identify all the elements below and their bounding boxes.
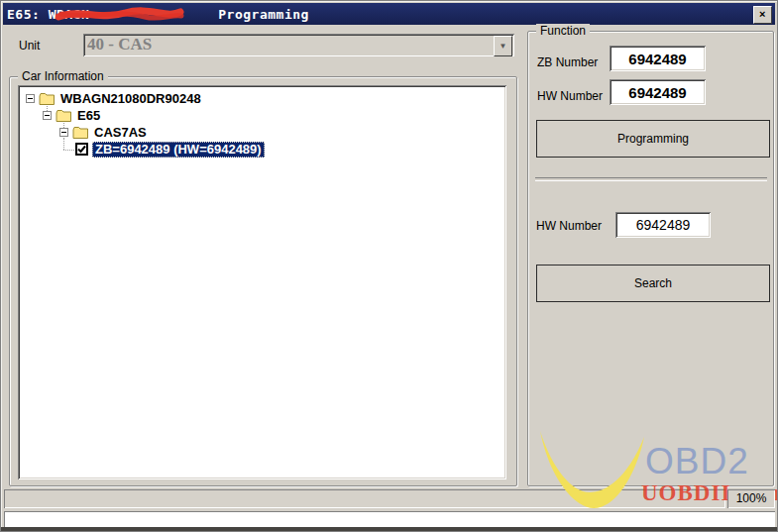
folder-icon xyxy=(72,126,89,140)
title-text-suffix: Programming xyxy=(218,7,309,22)
search-button[interactable]: Search xyxy=(536,265,770,302)
close-button[interactable]: × xyxy=(753,6,772,24)
tree-item-label[interactable]: WBAGN21080DR90248 xyxy=(60,91,201,106)
tree-item-label-selected[interactable]: ZB=6942489 (HW=6942489) xyxy=(92,142,265,158)
tree-item-label[interactable]: CAS7AS xyxy=(94,125,147,140)
title-text-prefix: E65: WBAGN xyxy=(7,7,89,22)
hw-number-label: HW Number xyxy=(537,89,603,103)
zoom-percent-badge: 100% xyxy=(727,489,775,508)
tree-row[interactable]: WBAGN21080DR90248 xyxy=(26,90,201,107)
zb-number-label: ZB Number xyxy=(537,55,598,69)
zb-number-field[interactable] xyxy=(610,46,706,71)
function-group: Function ZB Number HW Number Programming… xyxy=(527,31,774,486)
status-message-field xyxy=(4,511,775,528)
tree-item-checkbox[interactable] xyxy=(75,143,88,156)
unit-combobox-value: 40 - CAS xyxy=(87,35,495,55)
collapse-icon[interactable] xyxy=(59,128,68,137)
programming-button[interactable]: Programming xyxy=(536,120,770,158)
tree-row[interactable]: ZB=6942489 (HW=6942489) xyxy=(75,141,265,158)
tree-row[interactable]: CAS7AS xyxy=(59,124,147,141)
titlebar: E65: WBAGN Programming × xyxy=(3,3,775,25)
window-bottom-edge xyxy=(1,527,777,531)
close-icon: × xyxy=(759,8,766,20)
folder-icon xyxy=(56,109,72,123)
tree-item-label[interactable]: E65 xyxy=(77,108,100,123)
zoom-percent-value: 100% xyxy=(736,491,767,505)
dropdown-button[interactable]: ▼ xyxy=(494,36,512,56)
check-icon xyxy=(77,145,86,154)
folder-icon xyxy=(39,92,56,106)
collapse-icon[interactable] xyxy=(43,111,52,120)
app-window: E65: WBAGN Programming × Unit 40 - CAS ▼… xyxy=(0,0,778,532)
car-information-tree[interactable]: WBAGN21080DR90248 E65 CAS7AS xyxy=(18,85,506,479)
tree-row[interactable]: E65 xyxy=(43,107,100,124)
hw-number-field[interactable] xyxy=(610,79,706,105)
progress-bar xyxy=(4,489,725,508)
collapse-icon[interactable] xyxy=(26,94,35,103)
unit-label: Unit xyxy=(19,39,40,53)
tree-connector xyxy=(63,150,74,152)
hw-number-search-field[interactable] xyxy=(615,212,711,238)
unit-combobox[interactable]: 40 - CAS ▼ xyxy=(83,34,514,56)
car-information-title: Car Information xyxy=(18,69,108,83)
function-title: Function xyxy=(536,24,590,38)
chevron-down-icon: ▼ xyxy=(500,42,507,51)
hw-number-search-label: HW Number xyxy=(536,219,602,233)
car-information-group: Car Information WBAGN21080DR90248 xyxy=(9,76,517,486)
separator xyxy=(535,177,767,181)
